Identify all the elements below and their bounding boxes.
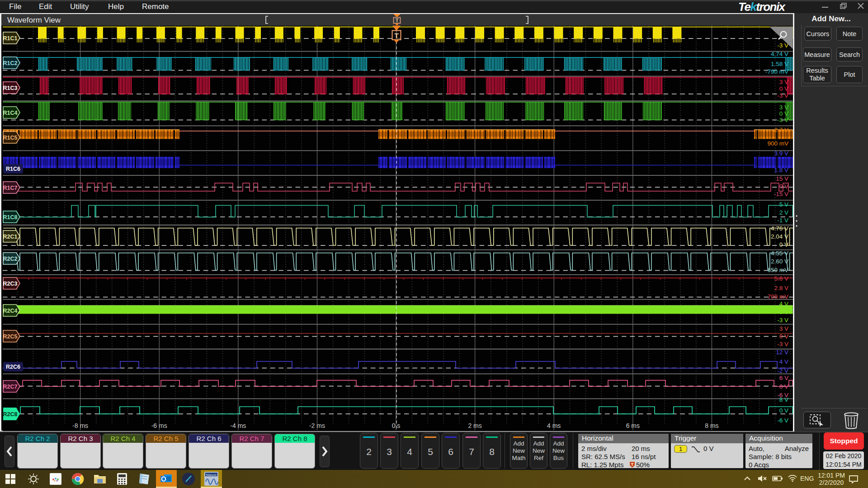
svg-text:R1C3: R1C3	[3, 85, 18, 91]
svg-text:4 V: 4 V	[779, 358, 788, 365]
svg-text:-3 V: -3 V	[777, 341, 788, 347]
svg-text:R2C2: R2C2	[3, 256, 18, 262]
svg-text:-8 ms: -8 ms	[72, 422, 88, 429]
svg-text:-15 V: -15 V	[774, 191, 788, 197]
svg-text:-2 ms: -2 ms	[309, 422, 325, 429]
svg-text:6 V: 6 V	[779, 375, 788, 381]
svg-text:2.8 V: 2.8 V	[774, 285, 788, 291]
svg-text:-3 V: -3 V	[777, 317, 788, 324]
svg-text:0 V: 0 V	[779, 241, 788, 248]
svg-text:3.9 V: 3.9 V	[774, 150, 788, 157]
svg-text:R2C6: R2C6	[6, 364, 20, 370]
svg-text:3 V: 3 V	[779, 79, 788, 85]
svg-text:R2C8: R2C8	[3, 411, 18, 418]
svg-text:R2C4: R2C4	[3, 308, 18, 314]
svg-text:R1C8: R1C8	[3, 214, 18, 221]
svg-text:4.76 V: 4.76 V	[771, 225, 788, 232]
svg-text:4.74 V: 4.74 V	[771, 51, 788, 57]
svg-text:R2C7: R2C7	[3, 384, 18, 390]
svg-text:-3 V: -3 V	[777, 92, 788, 99]
svg-text:2 ms: 2 ms	[468, 422, 481, 429]
svg-text:R1C2: R1C2	[3, 60, 18, 66]
svg-text:0 V: 0 V	[779, 383, 788, 390]
svg-text:650 mV: 650 mV	[767, 267, 788, 273]
svg-text:-6 ms: -6 ms	[151, 422, 167, 429]
svg-text:R2C1: R2C1	[3, 234, 18, 240]
svg-text:15 V: 15 V	[776, 175, 788, 182]
svg-text:R1C5: R1C5	[3, 135, 18, 141]
svg-text:2.04 V: 2.04 V	[771, 233, 788, 240]
svg-text:900 mV: 900 mV	[767, 140, 788, 147]
svg-text:Tektronix: Tektronix	[206, 474, 217, 476]
svg-text:4 ms: 4 ms	[547, 422, 561, 429]
svg-text:R1C4: R1C4	[3, 110, 18, 116]
svg-text:5.6 V: 5.6 V	[774, 275, 788, 282]
svg-text:-4 ms: -4 ms	[230, 422, 246, 429]
svg-text:T: T	[394, 32, 398, 39]
svg-text:0 V: 0 V	[779, 85, 788, 92]
svg-text:0 V: 0 V	[779, 407, 788, 414]
svg-text:R2C3: R2C3	[3, 281, 18, 287]
svg-text:8 V: 8 V	[779, 396, 788, 403]
svg-text:-790 mV: -790 mV	[765, 68, 788, 75]
svg-text:0 V: 0 V	[779, 183, 788, 190]
svg-text:6 ms: 6 ms	[626, 422, 640, 429]
svg-text:R1C7: R1C7	[3, 185, 18, 191]
svg-text:2 V: 2 V	[779, 209, 788, 216]
svg-text:R1C1: R1C1	[3, 35, 18, 42]
svg-text:R2C5: R2C5	[3, 333, 18, 340]
svg-text:5 V: 5 V	[779, 201, 788, 208]
svg-text:-6 V: -6 V	[777, 417, 788, 424]
svg-text:1.8 V: 1.8 V	[774, 167, 788, 174]
svg-text:12 V: 12 V	[776, 349, 788, 356]
svg-text:8 ms: 8 ms	[705, 422, 718, 429]
svg-text:3 V: 3 V	[779, 325, 788, 332]
svg-text:4 V: 4 V	[779, 300, 788, 307]
svg-text:0 V: 0 V	[779, 110, 788, 117]
svg-text:700 mV: 700 mV	[767, 293, 788, 300]
svg-text:0 V: 0 V	[779, 309, 788, 315]
svg-text:4.55 V: 4.55 V	[771, 250, 788, 257]
svg-text:2.7 V: 2.7 V	[774, 127, 788, 133]
svg-text:T: T	[396, 18, 399, 23]
svg-text:1.58 V: 1.58 V	[771, 61, 788, 67]
svg-text:-1 V: -1 V	[777, 217, 788, 224]
svg-text:T: T	[631, 462, 634, 467]
svg-text:0 V: 0 V	[779, 333, 788, 340]
svg-text:-3 V: -3 V	[777, 117, 788, 123]
svg-text:-2 V: -2 V	[777, 367, 788, 374]
svg-text:2.60 V: 2.60 V	[771, 258, 788, 265]
svg-text:R1C6: R1C6	[6, 166, 20, 172]
svg-text:3 V: 3 V	[779, 104, 788, 111]
svg-text:0 s: 0 s	[392, 422, 401, 429]
